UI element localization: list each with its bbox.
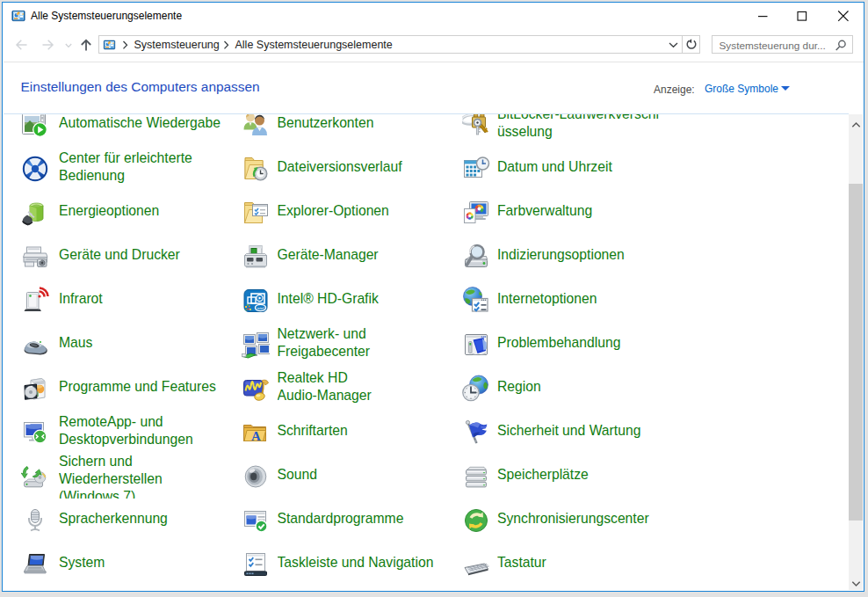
svg-text:intel: intel [257,306,264,310]
svg-text:A: A [251,429,261,443]
